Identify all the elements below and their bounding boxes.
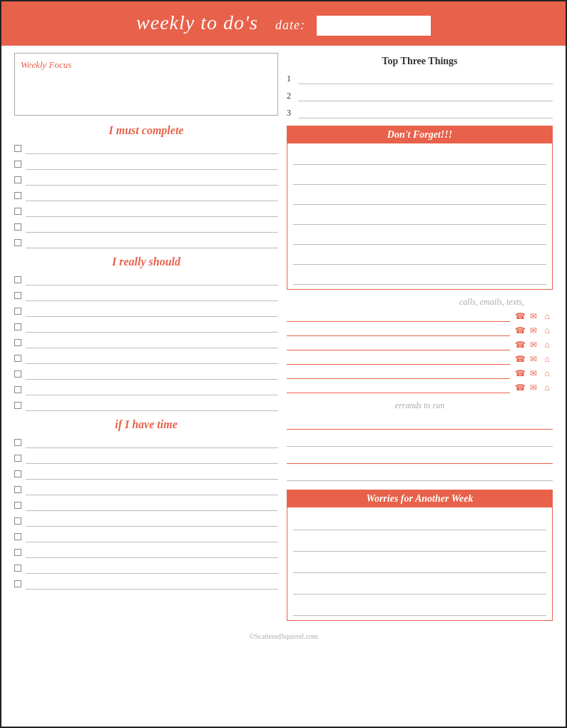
checkbox[interactable] — [14, 292, 21, 299]
list-item — [14, 274, 278, 285]
list-item — [14, 190, 278, 201]
contact-icons: ☎ ✉ ⌂ — [514, 311, 553, 322]
list-item — [14, 468, 278, 480]
worries-box: Worries for Another Week — [287, 490, 553, 621]
list-item — [14, 206, 278, 217]
list-item — [14, 562, 278, 574]
contact-icons: ☎ ✉ ⌂ — [514, 354, 553, 365]
number-label: 3 — [287, 108, 295, 118]
checkbox[interactable] — [14, 308, 21, 315]
really-should-list — [14, 274, 278, 411]
checkbox[interactable] — [14, 161, 21, 168]
if-have-time-list — [14, 437, 278, 590]
checkbox-line — [26, 453, 278, 464]
checkbox[interactable] — [14, 533, 21, 540]
checkbox-line — [26, 547, 278, 558]
checkbox-line — [26, 190, 278, 201]
checkbox-line — [26, 500, 278, 511]
top-three-header: Top Three Things — [287, 56, 553, 67]
email-icon: ✉ — [528, 354, 539, 365]
footer: ©ScatteredSquirrel.com — [1, 628, 566, 643]
checkbox[interactable] — [14, 486, 21, 493]
contact-line — [287, 382, 510, 393]
title-text: weekly to do's — [136, 11, 258, 34]
phone-icon: ☎ — [514, 311, 526, 322]
checkbox-line — [26, 305, 278, 317]
list-item — [14, 453, 278, 464]
checkbox[interactable] — [14, 386, 21, 393]
checkbox[interactable] — [14, 502, 21, 509]
email-icon: ✉ — [528, 368, 539, 379]
numbered-line — [298, 73, 553, 84]
checkbox[interactable] — [14, 439, 21, 446]
checkbox-line — [26, 353, 278, 364]
checkbox-line — [26, 515, 278, 527]
if-have-time-header: if I have time — [14, 418, 278, 431]
number-label: 1 — [287, 74, 295, 84]
dont-forget-line — [293, 186, 546, 205]
dont-forget-line — [293, 266, 546, 285]
worries-line — [293, 596, 546, 616]
checkbox[interactable] — [14, 192, 21, 199]
email-icon: ✉ — [528, 340, 539, 350]
checkbox[interactable] — [14, 176, 21, 183]
contact-line — [287, 325, 510, 336]
checkbox[interactable] — [14, 355, 21, 362]
header-bar: weekly to do's date: — [1, 1, 566, 46]
list-item — [14, 500, 278, 511]
checkbox[interactable] — [14, 339, 21, 346]
checkbox[interactable] — [14, 239, 21, 246]
worries-line — [293, 553, 546, 573]
checkbox-line — [26, 321, 278, 333]
checkbox[interactable] — [14, 208, 21, 215]
weekly-focus-label: Weekly Focus — [21, 59, 272, 71]
checkbox[interactable] — [14, 402, 21, 409]
contacts-section: calls, emails, texts, ☎ ✉ ⌂ ☎ ✉ ⌂ — [287, 297, 553, 393]
date-input[interactable] — [317, 16, 431, 36]
contact-line — [287, 368, 510, 379]
checkbox[interactable] — [14, 455, 21, 462]
list-item: 2 — [287, 90, 553, 101]
footer-text: ©ScatteredSquirrel.com — [249, 632, 318, 640]
dont-forget-box: Don't Forget!!! — [287, 126, 553, 290]
main-content: Weekly Focus I must complete I really sh… — [1, 46, 566, 628]
checkbox-line — [26, 143, 278, 154]
worries-line — [293, 510, 546, 530]
checkbox-line — [26, 484, 278, 495]
list-item — [14, 158, 278, 170]
list-item — [14, 515, 278, 527]
checkbox[interactable] — [14, 276, 21, 283]
checkbox-line — [26, 384, 278, 395]
page-title: weekly to do's date: — [136, 11, 431, 36]
email-icon: ✉ — [528, 311, 539, 322]
list-item — [14, 368, 278, 380]
contact-row: ☎ ✉ ⌂ — [287, 353, 553, 365]
home-icon: ⌂ — [541, 311, 553, 322]
checkbox[interactable] — [14, 370, 21, 378]
numbered-line — [298, 90, 553, 101]
checkbox-line — [26, 174, 278, 186]
list-item — [14, 221, 278, 233]
checkbox[interactable] — [14, 580, 21, 587]
checkbox[interactable] — [14, 145, 21, 152]
contact-icons: ☎ ✉ ⌂ — [514, 368, 553, 379]
date-label: date: — [275, 18, 305, 32]
checkbox[interactable] — [14, 323, 21, 330]
list-item — [14, 305, 278, 317]
contact-icons: ☎ ✉ ⌂ — [514, 325, 553, 336]
checkbox-line — [26, 158, 278, 170]
checkbox[interactable] — [14, 549, 21, 556]
weekly-focus-box: Weekly Focus — [14, 53, 278, 116]
checkbox[interactable] — [14, 223, 21, 231]
checkbox[interactable] — [14, 517, 21, 525]
list-item — [14, 400, 278, 411]
phone-icon: ☎ — [514, 368, 526, 379]
phone-icon: ☎ — [514, 325, 526, 336]
errand-line — [287, 467, 553, 481]
errand-line — [287, 415, 553, 430]
checkbox[interactable] — [14, 470, 21, 477]
left-column: Weekly Focus I must complete I really sh… — [14, 53, 278, 621]
list-item: 1 — [287, 73, 553, 84]
checkbox-line — [26, 468, 278, 480]
checkbox[interactable] — [14, 565, 21, 572]
